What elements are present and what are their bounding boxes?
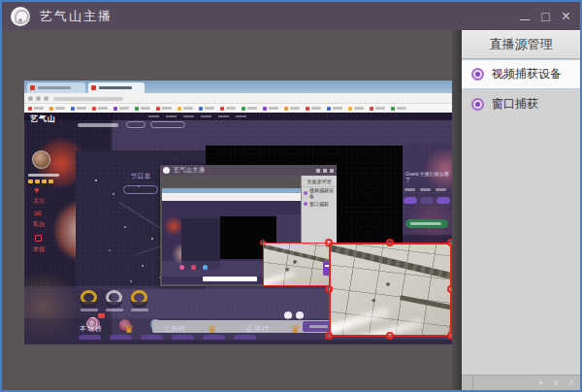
chat-tabs — [404, 188, 446, 191]
bookmark-item — [370, 107, 385, 111]
maximize-button[interactable]: □ — [541, 10, 549, 23]
gold-ring-gift — [131, 290, 147, 305]
streamer-avatar — [32, 150, 50, 169]
scene-preview-canvas[interactable]: 艺气山 ♥ 关注 ✉ 私信 举报 节目单 — [24, 81, 453, 344]
source-radio-icon — [471, 98, 484, 111]
heart-icon: ♥ — [34, 186, 39, 195]
move-up-button[interactable]: ˄ — [568, 378, 574, 388]
leaderboard-session: 本场榜 — [80, 324, 103, 334]
app-logo-icon — [11, 7, 30, 26]
nested-app-logo-icon — [163, 167, 170, 174]
bookmark-item — [263, 107, 278, 111]
bookmark-item — [348, 107, 364, 111]
close-button[interactable]: × — [562, 10, 570, 23]
crown-icon: ♛ — [291, 324, 301, 335]
bookmark-item — [327, 107, 342, 111]
move-down-button[interactable]: ˅ — [553, 378, 559, 388]
window-controls: ─ □ × — [520, 10, 570, 23]
report-label: 举报 — [33, 246, 45, 252]
report-icon — [35, 235, 42, 242]
bookmark-item — [306, 107, 321, 111]
resize-handle-top-left[interactable] — [325, 239, 333, 246]
bookmark-item — [178, 107, 193, 111]
resize-handle-bottom-left[interactable] — [325, 332, 333, 340]
sidebar-item-video-capture[interactable]: 视频捕获设备 — [462, 59, 580, 89]
streamer-name-placeholder — [28, 174, 59, 177]
resize-handle-top-middle[interactable] — [386, 239, 394, 246]
message-label: 私信 — [33, 221, 45, 227]
nested-window-title: 艺气山主播 — [174, 166, 206, 175]
nested-selection-handle — [260, 240, 266, 245]
bookmark-item — [92, 107, 108, 111]
minimize-button[interactable]: ─ — [520, 13, 530, 26]
panel-separator — [452, 30, 462, 390]
silver-ring-gift — [106, 290, 122, 305]
captured-browser-tabbar — [24, 81, 453, 93]
add-source-button[interactable]: + — [537, 378, 543, 388]
captured-browser-tab-active — [88, 82, 145, 93]
bookmark-item — [284, 107, 300, 111]
chat-filter-pills — [404, 197, 450, 204]
sidebar-item-window-capture[interactable]: 窗口捕获 — [462, 89, 580, 119]
captured-browser-addressbar — [24, 93, 453, 104]
nested-camera-region — [263, 243, 330, 286]
bookmark-item — [49, 107, 65, 111]
crown-icon: ♛ — [124, 324, 134, 335]
bookmark-item — [391, 107, 406, 111]
announcement-banner — [405, 219, 448, 228]
sidebar-toolbar: + ˅ ˄ — [462, 375, 580, 390]
leaderboard-week: 上周榜 — [163, 324, 186, 334]
window-title: 艺气山主播 — [40, 8, 113, 25]
crown-icon: ♛ — [208, 324, 217, 335]
nested-titlebar: 艺气山主播 — [160, 165, 337, 176]
bookmark-item — [156, 107, 172, 111]
captured-bookmarks-bar — [24, 104, 453, 113]
envelope-icon: ✉ — [34, 210, 42, 218]
sidebar-item-label: 视频捕获设备 — [492, 66, 562, 82]
chat-message: Guest:主播们都去哪了 — [405, 171, 452, 182]
gold-ring-gift — [81, 290, 97, 305]
captured-url-placeholder — [53, 97, 123, 101]
bookmark-item — [28, 107, 44, 111]
program-button — [123, 185, 158, 194]
resize-handle-middle-left[interactable] — [325, 285, 333, 293]
bookmark-item — [199, 107, 214, 111]
site-navbar — [24, 113, 453, 120]
titlebar[interactable]: 艺气山主播 ─ □ × — [2, 2, 580, 30]
follow-label: 关注 — [33, 198, 45, 204]
bookmark-item — [113, 107, 129, 111]
level-badges — [28, 180, 53, 183]
captured-browser-tab — [27, 82, 85, 93]
sidebar-item-label: 窗口捕获 — [492, 96, 538, 113]
source-sidebar: 直播源管理 视频捕获设备 窗口捕获 + ˅ ˄ — [462, 30, 580, 390]
bookmark-item — [220, 107, 236, 111]
resize-handle-bottom-middle[interactable] — [386, 332, 394, 340]
camera-capture-region[interactable] — [329, 243, 452, 337]
leaderboard-total: 总排行 — [246, 324, 270, 334]
bookmark-item — [71, 107, 86, 111]
app-window: 艺气山主播 ─ □ × 艺气山 — [0, 0, 582, 392]
nested-sidebar-header: 直播源管理 — [302, 176, 337, 187]
bookmark-item — [242, 107, 257, 111]
sidebar-header: 直播源管理 — [462, 30, 580, 59]
source-radio-icon — [471, 68, 484, 81]
bookmark-item — [135, 107, 150, 111]
